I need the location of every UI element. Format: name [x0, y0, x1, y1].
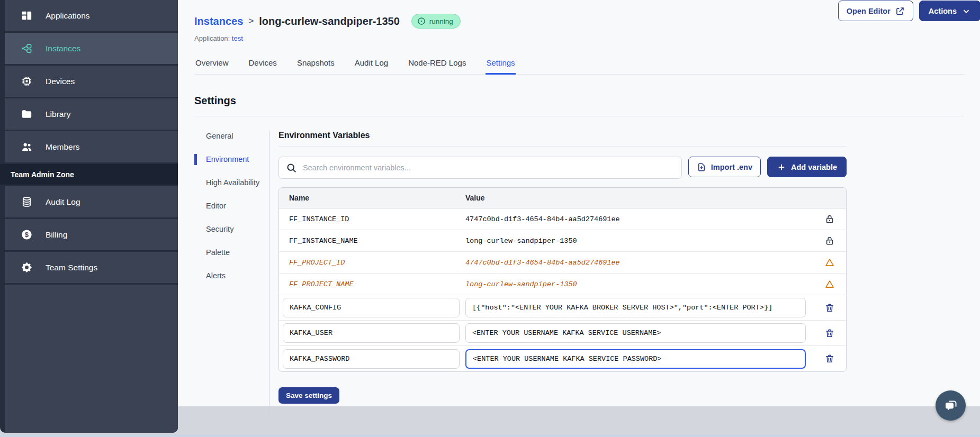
sidebar-item-label: Audit Log [46, 197, 80, 207]
warning-icon [824, 279, 835, 289]
import-env-label: Import .env [711, 163, 752, 171]
env-var-name: FF_PROJECT_NAME [279, 280, 465, 288]
settings-divider [194, 116, 964, 116]
settings-nav-editor[interactable]: Editor [194, 201, 269, 212]
sidebar-item-label: Devices [46, 77, 75, 86]
env-var-name: FF_PROJECT_ID [279, 259, 465, 267]
settings-section: Settings General Environment High Availa… [178, 75, 980, 420]
chevron-down-icon [961, 6, 971, 16]
settings-nav-general[interactable]: General [194, 131, 269, 142]
trash-icon[interactable] [824, 353, 835, 364]
table-row: FF_INSTANCE_ID 4747c0bd-d1f3-4654-84b4-a… [279, 208, 846, 230]
sidebar-item-label: Team Settings [46, 263, 97, 272]
status-badge: running [411, 14, 461, 29]
env-var-value-input[interactable] [465, 323, 806, 343]
table-header: Name Value [279, 188, 846, 208]
settings-nav-alerts[interactable]: Alerts [194, 270, 269, 281]
sidebar-item-label: Members [46, 142, 80, 152]
env-var-value-input[interactable] [465, 298, 806, 317]
devices-icon [21, 75, 33, 87]
table-row [279, 321, 846, 346]
tab-snapshots[interactable]: Snapshots [296, 54, 335, 74]
sidebar-section-label: Team Admin Zone [11, 170, 74, 179]
env-var-name-input[interactable] [283, 298, 460, 317]
sidebar-item-applications[interactable]: Applications [5, 0, 178, 33]
table-row [279, 346, 846, 371]
environment-variables-table: Name Value FF_INSTANCE_ID 4747c0bd-d1f3-… [278, 187, 847, 372]
table-row: FF_INSTANCE_NAME long-curlew-sandpiper-1… [279, 230, 846, 252]
applications-icon [21, 10, 33, 22]
warning-icon [824, 257, 835, 268]
env-var-value: long-curlew-sandpiper-1350 [465, 237, 813, 245]
add-variable-label: Add variable [791, 163, 837, 171]
open-editor-button[interactable]: Open Editor [838, 1, 913, 21]
env-var-value: long-curlew-sandpiper-1350 [465, 280, 813, 288]
sidebar-item-audit-log[interactable]: Audit Log [5, 186, 178, 219]
actions-button[interactable]: Actions [919, 1, 980, 21]
lock-icon [824, 235, 835, 246]
settings-nav: General Environment High Availability Ed… [194, 131, 269, 420]
window-bottom-edge [0, 434, 980, 437]
environment-variables-title: Environment Variables [278, 131, 847, 147]
env-var-value: 4747c0bd-d1f3-4654-84b4-aa5d274691ee [465, 215, 813, 223]
trash-icon[interactable] [824, 328, 835, 339]
application-link[interactable]: test [232, 34, 243, 42]
tab-overview[interactable]: Overview [195, 54, 229, 74]
column-header-name: Name [279, 194, 465, 202]
app-window: Applications Instances Devices Library [0, 0, 980, 437]
sidebar-item-members[interactable]: Members [5, 131, 178, 164]
tab-settings[interactable]: Settings [485, 54, 515, 74]
audit-log-icon [21, 196, 33, 208]
breadcrumb-instances-link[interactable]: Instances [194, 15, 243, 28]
env-var-name-input[interactable] [283, 323, 460, 343]
settings-title: Settings [194, 95, 964, 107]
sidebar: Applications Instances Devices Library [0, 0, 178, 433]
library-icon [21, 108, 33, 120]
settings-nav-palette[interactable]: Palette [194, 247, 269, 258]
import-env-button[interactable]: Import .env [688, 157, 761, 177]
plus-icon [777, 162, 786, 172]
sidebar-item-library[interactable]: Library [5, 98, 178, 131]
chat-bubbles-icon [943, 398, 959, 414]
chat-widget-button[interactable] [936, 390, 966, 421]
sidebar-item-instances[interactable]: Instances [5, 33, 178, 66]
sidebar-item-label: Applications [46, 11, 90, 21]
table-row: FF_PROJECT_ID 4747c0bd-d1f3-4654-84b4-aa… [279, 252, 846, 274]
tab-audit-log[interactable]: Audit Log [354, 54, 389, 74]
svg-text:$: $ [25, 231, 29, 239]
environment-controls: Import .env Add variable [278, 157, 847, 179]
tab-devices[interactable]: Devices [248, 54, 277, 74]
env-var-name: FF_INSTANCE_NAME [279, 237, 465, 245]
lock-icon [824, 214, 835, 224]
add-variable-button[interactable]: Add variable [767, 157, 847, 177]
sidebar-item-devices[interactable]: Devices [5, 66, 178, 98]
settings-nav-high-availability[interactable]: High Availability [194, 177, 269, 188]
import-file-icon [697, 162, 706, 172]
search-box [278, 157, 682, 179]
billing-icon: $ [21, 229, 33, 241]
search-input[interactable] [303, 163, 675, 172]
settings-nav-security[interactable]: Security [194, 224, 269, 235]
search-icon [286, 162, 297, 174]
sidebar-filler [5, 285, 178, 433]
actions-label: Actions [929, 7, 957, 15]
members-icon [21, 141, 33, 153]
application-line: Application: test [194, 34, 964, 42]
sidebar-section-team-admin-zone: Team Admin Zone [0, 164, 178, 186]
save-settings-button[interactable]: Save settings [278, 387, 339, 404]
external-link-icon [895, 6, 905, 16]
sidebar-item-label: Library [46, 110, 70, 119]
sidebar-item-team-settings[interactable]: Team Settings [5, 252, 178, 285]
instance-tabs: Overview Devices Snapshots Audit Log Nod… [194, 54, 964, 75]
application-label: Application: [194, 34, 230, 42]
page-title: long-curlew-sandpiper-1350 [259, 15, 400, 28]
main-content: Instances > long-curlew-sandpiper-1350 r… [178, 0, 980, 406]
table-row [279, 295, 846, 321]
table-row: FF_PROJECT_NAME long-curlew-sandpiper-13… [279, 274, 846, 295]
trash-icon[interactable] [824, 303, 835, 313]
env-var-value-input[interactable] [465, 349, 806, 369]
sidebar-item-billing[interactable]: $ Billing [5, 219, 178, 252]
tab-node-red-logs[interactable]: Node-RED Logs [408, 54, 466, 74]
settings-nav-environment[interactable]: Environment [194, 154, 269, 165]
env-var-name-input[interactable] [283, 349, 460, 369]
